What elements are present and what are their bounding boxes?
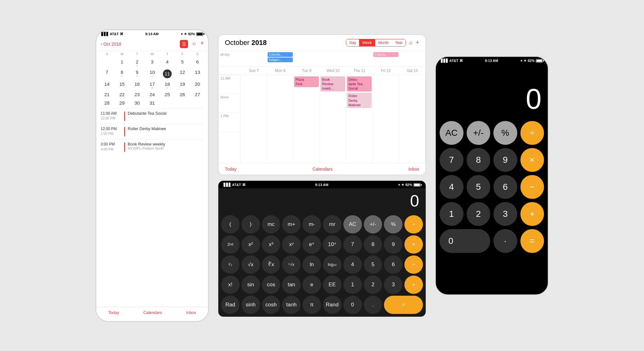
btn-8-tablet[interactable]: 8 (364, 235, 382, 254)
cal-day[interactable]: 10 (145, 68, 160, 80)
btn-2-tablet[interactable]: 2 (364, 276, 382, 294)
tablet-tab-calendars[interactable]: Calendars (313, 167, 333, 172)
btn-fact[interactable]: x! (221, 276, 240, 294)
btn-mr[interactable]: mr (323, 215, 341, 233)
btn-ee[interactable]: EE (323, 276, 341, 294)
btn-3-tablet[interactable]: 3 (384, 276, 402, 294)
tab-inbox[interactable]: Inbox (186, 310, 196, 315)
btn-ac-tablet[interactable]: AC (343, 215, 362, 233)
event-row-1[interactable]: 11:00 AM 12:00 PM Debutante Tea Social (101, 108, 204, 123)
tab-calendars[interactable]: Calendars (143, 310, 162, 315)
event-columbus-mon[interactable]: Columb... (268, 52, 293, 57)
btn-paren-open[interactable]: ( (221, 215, 240, 233)
cal-day[interactable]: 17 (145, 80, 160, 90)
cal-day[interactable]: 25 (160, 90, 175, 98)
event-book-review[interactable]: BookReviewmeeti... (320, 76, 345, 92)
btn-tanh[interactable]: tanh (282, 296, 301, 314)
search-icon-tablet[interactable]: ⌕ (409, 39, 413, 46)
btn-ln[interactable]: ln (303, 255, 321, 274)
cal-day[interactable]: 12 (175, 68, 190, 80)
view-day[interactable]: Day (346, 39, 359, 46)
cal-day[interactable]: 19 (175, 80, 190, 90)
btn-x3[interactable]: x³ (262, 235, 280, 254)
btn-2nd[interactable]: 2nd (221, 235, 240, 254)
btn-paren-close[interactable]: ) (242, 215, 260, 233)
btn-sub[interactable]: − (520, 175, 544, 199)
cal-day[interactable]: 13 (190, 68, 205, 80)
btn-mul[interactable]: × (520, 148, 544, 172)
cal-day[interactable]: 6 (190, 57, 205, 68)
view-month[interactable]: Month (375, 39, 392, 46)
cal-day[interactable]: 8 (114, 68, 130, 80)
cal-day[interactable]: 20 (190, 80, 205, 90)
btn-div[interactable]: ÷ (520, 121, 544, 145)
btn-sinh[interactable]: sinh (242, 296, 260, 314)
btn-9-tablet[interactable]: 9 (384, 235, 402, 254)
btn-7-tablet[interactable]: 7 (343, 235, 362, 254)
btn-6-tablet[interactable]: 6 (384, 255, 402, 274)
cal-day[interactable]: 1 (114, 57, 130, 68)
cal-day[interactable]: 15 (114, 80, 130, 90)
btn-dot-tablet[interactable]: . (364, 296, 382, 314)
cal-day[interactable]: 28 (99, 98, 114, 107)
cal-day[interactable]: 29 (114, 98, 130, 107)
btn-10x[interactable]: 10ˣ (323, 235, 341, 254)
cal-day[interactable]: 2 (130, 57, 145, 68)
btn-div-tablet[interactable]: ÷ (404, 215, 423, 233)
btn-yrt[interactable]: ʸ√x (282, 255, 301, 274)
btn-sign-tablet[interactable]: +/- (364, 215, 382, 233)
cal-day[interactable]: 31 (145, 98, 160, 107)
cal-day[interactable]: 27 (190, 90, 205, 98)
btn-cosh[interactable]: cosh (262, 296, 280, 314)
btn-6[interactable]: 6 (493, 175, 517, 199)
cal-day[interactable]: 7 (99, 68, 114, 80)
cal-day[interactable]: 26 (175, 90, 190, 98)
cal-day[interactable]: 23 (130, 90, 145, 98)
add-event-icon[interactable]: + (200, 40, 204, 48)
btn-8[interactable]: 8 (467, 148, 491, 172)
cal-day[interactable]: 21 (99, 90, 114, 98)
search-icon[interactable]: ⌕ (192, 40, 196, 48)
btn-sub-tablet[interactable]: − (404, 255, 423, 274)
cal-day[interactable]: 3 (145, 57, 160, 68)
btn-pct[interactable]: % (493, 121, 517, 145)
btn-rand[interactable]: Rand (323, 296, 341, 314)
btn-sqrt[interactable]: √x (242, 255, 260, 274)
btn-1-tablet[interactable]: 1 (343, 276, 362, 294)
btn-mminus[interactable]: m- (303, 215, 321, 233)
btn-tan[interactable]: tan (282, 276, 301, 294)
btn-pi[interactable]: π (303, 296, 321, 314)
event-columbus-fri[interactable]: Columb... (373, 52, 398, 57)
btn-dot[interactable]: · (493, 229, 517, 253)
tablet-tab-inbox[interactable]: Inbox (408, 167, 419, 172)
btn-log[interactable]: log₁₀ (323, 255, 341, 274)
event-row-3[interactable]: 3:00 PM 4:00 PM Book Review weekly NY-04… (101, 139, 204, 154)
cal-day[interactable]: 22 (114, 90, 130, 98)
calendar-view-icon[interactable]: ☰ (180, 40, 188, 48)
tablet-tab-today[interactable]: Today (225, 167, 236, 172)
btn-ac[interactable]: AC (440, 121, 464, 145)
btn-5[interactable]: 5 (467, 175, 491, 199)
btn-3[interactable]: 3 (493, 202, 517, 226)
btn-1x[interactable]: ¹⁄ₓ (221, 255, 240, 274)
btn-mplus[interactable]: m+ (282, 215, 301, 233)
btn-1[interactable]: 1 (440, 202, 464, 226)
tab-today[interactable]: Today (108, 310, 119, 315)
cal-day[interactable]: 4 (160, 57, 175, 68)
view-week[interactable]: Week (359, 39, 375, 46)
btn-pct-tablet[interactable]: % (384, 215, 402, 233)
btn-ex[interactable]: eˣ (303, 235, 321, 254)
btn-add-tablet[interactable]: + (404, 276, 423, 294)
cal-day[interactable]: 14 (99, 80, 114, 90)
btn-sin[interactable]: sin (242, 276, 260, 294)
btn-9[interactable]: 9 (493, 148, 517, 172)
btn-2[interactable]: 2 (467, 202, 491, 226)
event-row-2[interactable]: 12:00 PM 1:00 PM Roller Derby Matinee (101, 123, 204, 139)
btn-e[interactable]: e (303, 276, 321, 294)
btn-4[interactable]: 4 (440, 175, 464, 199)
btn-7[interactable]: 7 (440, 148, 464, 172)
btn-eq[interactable]: = (520, 229, 544, 253)
btn-0-tablet[interactable]: 0 (343, 296, 362, 314)
event-indigenous-mon[interactable]: Indigen... (268, 58, 293, 62)
cal-day[interactable]: 5 (175, 57, 190, 68)
